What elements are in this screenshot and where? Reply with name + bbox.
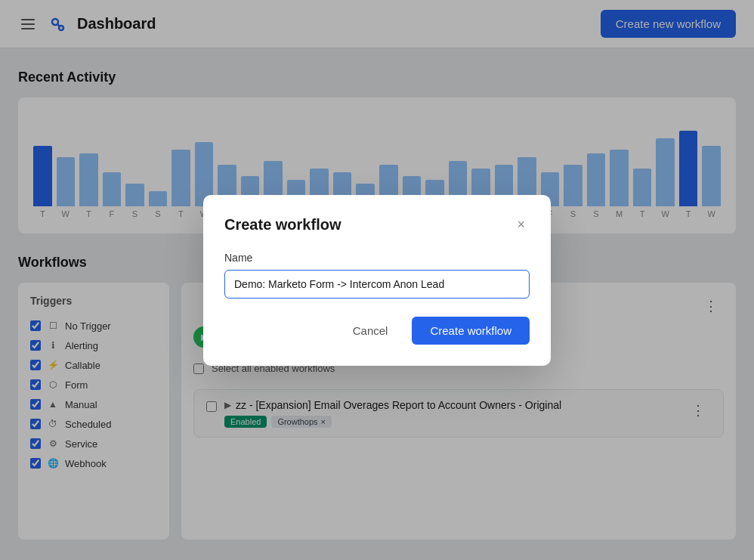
- dialog-title: Create workflow: [224, 216, 341, 234]
- create-workflow-dialog: Create workflow × Name Cancel Create wor…: [203, 195, 551, 366]
- create-workflow-submit-button[interactable]: Create workflow: [412, 317, 530, 345]
- modal-overlay: Create workflow × Name Cancel Create wor…: [0, 0, 754, 560]
- cancel-button[interactable]: Cancel: [338, 317, 403, 345]
- dialog-close-button[interactable]: ×: [512, 216, 530, 233]
- dialog-header: Create workflow ×: [224, 216, 530, 234]
- dialog-actions: Cancel Create workflow: [224, 317, 530, 345]
- workflow-name-input[interactable]: [224, 270, 530, 299]
- name-label: Name: [224, 252, 530, 264]
- name-form-group: Name: [224, 252, 530, 299]
